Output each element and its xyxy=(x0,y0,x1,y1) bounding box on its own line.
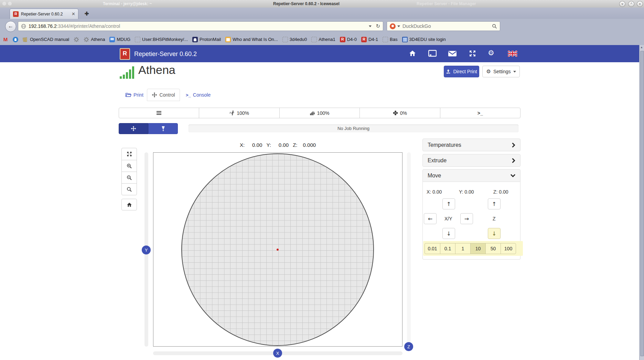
url-bar[interactable]: 192.168.76.2:3344/#/printer/Athena/contr… xyxy=(18,21,383,31)
placeholder-icon xyxy=(383,37,388,42)
move-y-minus-button[interactable]: ↓ xyxy=(442,228,455,239)
flow-icon xyxy=(310,111,315,116)
window-shade-button[interactable]: v xyxy=(619,1,625,7)
bookmark-mdug[interactable]: MDUG xyxy=(109,37,130,42)
bookmark-d4-0[interactable]: R D4-0 xyxy=(340,37,357,42)
move-icon xyxy=(152,92,157,98)
z-slider-handle[interactable]: Z xyxy=(404,342,413,351)
browser-tab-title: Repetier-Server 0.60.2 xyxy=(21,12,69,17)
move-z-plus-button[interactable]: ↑ xyxy=(488,198,501,209)
site-navbar: R Repetier-Server 0.60.2 ⚙ xyxy=(0,45,639,62)
search-input[interactable] xyxy=(402,23,490,29)
expand-icon[interactable] xyxy=(469,50,476,57)
chevron-down-icon xyxy=(513,71,516,73)
reload-icon[interactable]: ↻ xyxy=(376,23,380,29)
books-icon xyxy=(23,37,28,42)
speed-multiplier-button[interactable]: 100% xyxy=(199,108,279,118)
bookmark-openscad[interactable]: OpenSCAD manual xyxy=(23,37,69,42)
spinner-icon xyxy=(74,37,79,42)
search-engine-dropdown-icon[interactable] xyxy=(397,25,400,27)
signal-bars-icon xyxy=(120,66,135,79)
window-close-button[interactable]: x xyxy=(637,1,643,7)
terminal-icon: >_ xyxy=(186,92,191,98)
bookmark-spinner[interactable] xyxy=(74,37,79,42)
scroll-up-icon[interactable]: ▲ xyxy=(640,46,643,49)
search-box[interactable] xyxy=(387,21,500,31)
panel-temperatures[interactable]: Temperatures xyxy=(422,139,520,151)
zoom-out-button[interactable] xyxy=(122,172,137,183)
url-path: :3344/#/printer/Athena/control xyxy=(57,23,120,29)
step-1-button[interactable]: 1 xyxy=(455,243,470,254)
zoom-in-button[interactable] xyxy=(122,160,137,172)
z-slider-track[interactable] xyxy=(407,152,411,347)
flow-multiplier-button[interactable]: 100% xyxy=(279,108,359,118)
bookmark-shield[interactable] xyxy=(13,37,18,42)
bookmark-athena1[interactable]: Athena1 xyxy=(311,37,335,42)
fit-view-button[interactable] xyxy=(122,148,137,160)
menu-icon xyxy=(157,111,161,112)
monitor-icon[interactable] xyxy=(428,50,437,57)
page-scrollbar[interactable]: ▲ xyxy=(639,45,644,360)
move-x-readout: X: 0.00 xyxy=(427,189,442,195)
scrollbar-thumb[interactable] xyxy=(640,51,644,356)
z-axis-label: Z xyxy=(493,216,496,221)
search-icon[interactable] xyxy=(492,24,497,29)
move-z-minus-button[interactable]: ↓ xyxy=(488,228,501,239)
uk-flag-icon[interactable] xyxy=(508,51,517,57)
window-title: Repetier-Server 0.60.2 - Iceweasel xyxy=(273,1,340,6)
home-icon[interactable] xyxy=(409,50,416,57)
fan-button[interactable]: 0% xyxy=(359,108,440,118)
extruder-icon xyxy=(161,126,165,132)
panel-extrude[interactable]: Extrude xyxy=(422,154,520,167)
tab-console[interactable]: >_ Console xyxy=(186,89,211,101)
window-maximize-button[interactable]: ^ xyxy=(628,1,634,7)
step-50-button[interactable]: 50 xyxy=(485,243,501,254)
new-tab-button[interactable]: ✚ xyxy=(83,10,91,17)
home-position-button[interactable] xyxy=(121,199,137,210)
bookmark-gmail[interactable]: M xyxy=(3,37,8,42)
zoom-out-icon xyxy=(127,175,132,181)
step-0.01-button[interactable]: 0.01 xyxy=(425,243,440,254)
panel-move[interactable]: Move xyxy=(422,169,520,182)
inactive-window-button xyxy=(2,2,6,6)
bed-canvas[interactable] xyxy=(153,152,402,347)
move-y-plus-button[interactable]: ↑ xyxy=(442,198,455,209)
move-x-minus-button[interactable]: ← xyxy=(424,213,437,224)
step-100-button[interactable]: 100 xyxy=(501,243,516,254)
gear-icon[interactable]: ⚙ xyxy=(488,49,494,57)
bookmark-d4-1[interactable]: R D4-1 xyxy=(361,37,378,42)
extruder-mode-button[interactable] xyxy=(148,123,178,134)
bookmark-who-and-what[interactable]: Who and What Is On... xyxy=(225,37,278,42)
direct-print-button[interactable]: Direct Print xyxy=(444,66,479,77)
bookmark-athena[interactable]: Athena xyxy=(84,37,105,42)
tab-print[interactable]: Print xyxy=(126,89,143,101)
tab-close-icon[interactable]: ✕ xyxy=(72,11,75,17)
tab-control[interactable]: Control xyxy=(147,89,180,101)
repetier-logo-icon: R xyxy=(120,48,130,60)
spinner-icon xyxy=(84,37,89,42)
zoom-reset-button[interactable] xyxy=(122,183,137,195)
y-slider-handle[interactable]: Y xyxy=(142,246,151,254)
bookmark-3d4edu0[interactable]: 3d4edu0 xyxy=(282,37,307,42)
move-x-plus-button[interactable]: → xyxy=(460,213,473,224)
bookmark-bas[interactable]: Bas xyxy=(383,37,397,42)
brand[interactable]: R Repetier-Server 0.60.2 xyxy=(120,48,197,60)
job-status: No Job Running xyxy=(337,126,369,131)
move-icon xyxy=(131,126,136,131)
url-dropdown-icon[interactable] xyxy=(369,25,372,27)
bookmark-bhspitmonkey[interactable]: User:BHSPitMonkey/... xyxy=(135,37,188,42)
toolhead-position-dot xyxy=(277,249,279,251)
back-button[interactable]: ← xyxy=(5,21,16,32)
console-button[interactable]: >_ xyxy=(440,108,520,118)
x-slider-handle[interactable]: X xyxy=(273,349,282,358)
browser-tab[interactable]: R Repetier-Server 0.60.2 ✕ xyxy=(10,9,78,19)
step-0.1-button[interactable]: 0.1 xyxy=(440,243,455,254)
placeholder-icon xyxy=(311,37,317,42)
bookmark-protonmail[interactable]: ProtonMail xyxy=(192,37,221,42)
move-mode-button[interactable] xyxy=(119,123,148,134)
settings-button[interactable]: ⚙ Settings xyxy=(482,66,520,77)
mail-icon[interactable] xyxy=(448,51,457,56)
step-10-button[interactable]: 10 xyxy=(470,243,485,254)
bookmark-3d4edu-login[interactable]: 3D4EDU site login xyxy=(402,37,446,42)
menu-button[interactable] xyxy=(119,108,199,118)
